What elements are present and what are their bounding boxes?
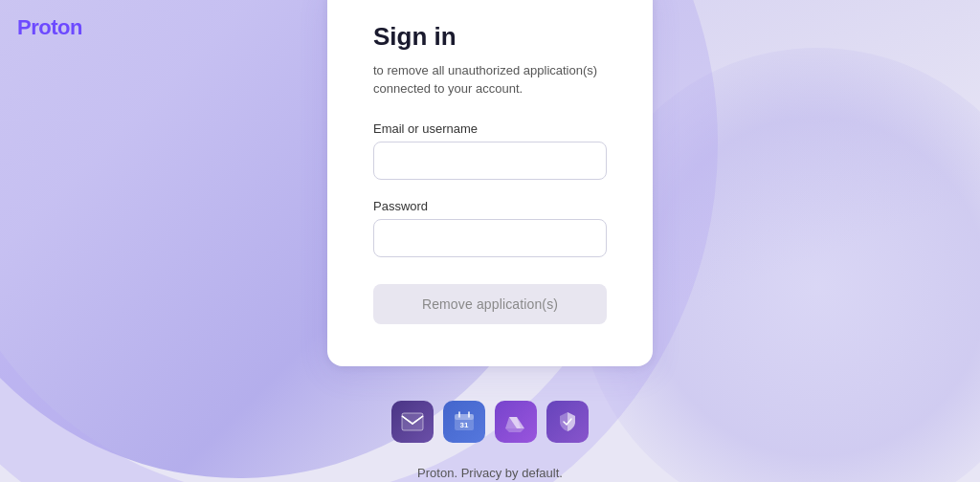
card-subtitle: to remove all unauthorized application(s…: [373, 61, 607, 99]
mail-app-icon: [391, 401, 434, 443]
footer: Proton. Privacy by default. Terms | Priv…: [383, 466, 596, 483]
drive-app-icon: [495, 401, 537, 443]
calendar-app-icon: 31: [443, 401, 485, 443]
svg-rect-3: [455, 414, 474, 420]
password-input[interactable]: [373, 219, 607, 257]
footer-tagline: Proton. Privacy by default.: [383, 466, 596, 480]
svg-text:31: 31: [460, 421, 469, 429]
password-label: Password: [373, 199, 607, 213]
email-group: Email or username: [373, 121, 607, 180]
app-icons-row: 31: [391, 401, 589, 443]
submit-button[interactable]: Remove application(s): [373, 284, 607, 324]
email-input[interactable]: [373, 142, 607, 180]
card-title: Sign in: [373, 22, 607, 52]
signin-card: Sign in to remove all unauthorized appli…: [327, 0, 653, 366]
svg-rect-1: [402, 413, 423, 430]
main-content: Sign in to remove all unauthorized appli…: [0, 0, 980, 482]
email-label: Email or username: [373, 121, 607, 136]
vpn-app-icon: [546, 401, 589, 443]
password-group: Password: [373, 199, 607, 257]
